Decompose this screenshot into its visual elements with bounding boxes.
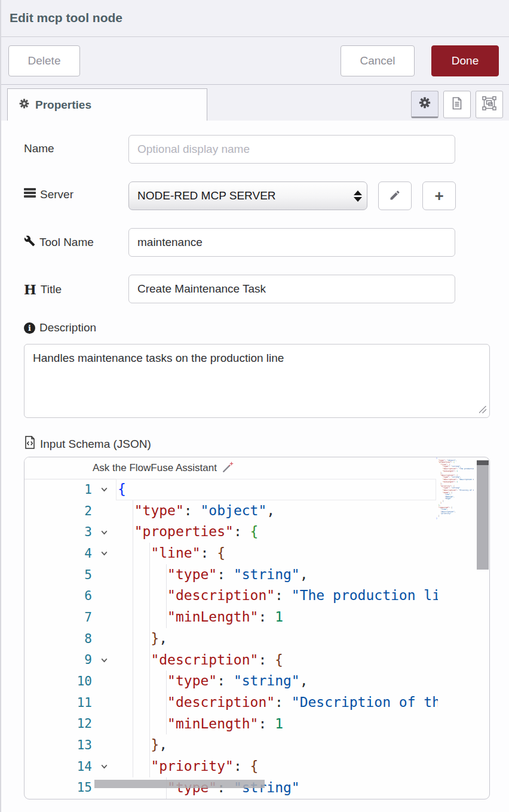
cancel-button[interactable]: Cancel xyxy=(341,45,415,76)
horizontal-scrollbar-thumb[interactable] xyxy=(94,780,265,788)
description-panel-button[interactable] xyxy=(443,91,471,118)
code-line: { xyxy=(118,479,438,500)
assistant-label: Ask the FlowFuse Assistant xyxy=(93,462,217,474)
tool-name-input[interactable] xyxy=(128,228,455,257)
gutter-row: 4 xyxy=(24,543,116,564)
line-number: 7 xyxy=(24,610,92,625)
code-line: "line": { xyxy=(118,543,438,564)
code-line: "type": "object", xyxy=(118,500,438,522)
gutter-row: 1 xyxy=(24,479,116,500)
add-server-button[interactable]: + xyxy=(422,182,456,210)
tab-properties-label: Properties xyxy=(35,99,91,112)
dialog-header: Edit mcp tool node xyxy=(1,0,509,37)
tab-properties[interactable]: Properties xyxy=(7,88,207,121)
dialog-button-row: Delete Cancel Done xyxy=(1,37,509,85)
tab-bar: Properties xyxy=(1,85,509,121)
edit-node-dialog: Edit mcp tool node Delete Cancel Done Pr… xyxy=(0,0,509,812)
gutter-row: 9 xyxy=(24,650,116,671)
json-editor[interactable]: Ask the FlowFuse Assistant 1234567891011… xyxy=(24,457,490,799)
magic-wand-icon xyxy=(222,460,235,476)
code-line: }, xyxy=(118,628,438,650)
title-input[interactable] xyxy=(128,275,455,303)
title-label: Title xyxy=(41,283,62,296)
tool-name-label: Tool Name xyxy=(39,236,94,249)
properties-panel-button[interactable] xyxy=(411,91,439,118)
name-label: Name xyxy=(24,142,54,155)
code-line: "properties": { xyxy=(118,521,438,543)
line-number: 14 xyxy=(24,759,92,774)
code-lines[interactable]: { "type": "object", "properties": { "lin… xyxy=(116,479,438,798)
line-number: 2 xyxy=(24,504,92,518)
fold-chevron-icon[interactable] xyxy=(92,549,116,558)
code-line: }, xyxy=(118,734,438,756)
code-line: "description": "The production li xyxy=(118,585,438,607)
gutter-row: 7 xyxy=(24,607,116,628)
line-number: 15 xyxy=(24,780,92,795)
server-label: Server xyxy=(40,188,73,201)
schema-label: Input Schema (JSON) xyxy=(40,438,151,451)
minimap-content: { "type": "object", "properties": { "lin… xyxy=(436,457,474,519)
code-line: "type": "string", xyxy=(118,564,438,586)
fold-chevron-icon[interactable] xyxy=(92,762,116,771)
editor-gutter: 123456789101112131415 xyxy=(24,479,116,798)
line-number: 1 xyxy=(24,482,92,497)
fold-chevron-icon[interactable] xyxy=(92,528,116,537)
name-input[interactable] xyxy=(128,135,455,164)
done-button[interactable]: Done xyxy=(431,45,499,76)
description-label-row: i Description xyxy=(24,321,96,334)
heading-icon: H xyxy=(24,282,36,297)
appearance-panel-button[interactable] xyxy=(476,91,503,118)
file-code-icon xyxy=(24,436,36,452)
line-number: 9 xyxy=(24,653,92,667)
line-number: 10 xyxy=(24,674,92,688)
gear-icon xyxy=(19,98,30,112)
fold-chevron-icon[interactable] xyxy=(92,485,116,494)
code-line: "description": { xyxy=(118,650,438,671)
assistant-toolbar[interactable]: Ask the FlowFuse Assistant xyxy=(24,457,435,479)
description-textarea[interactable] xyxy=(24,344,490,418)
tool-name-label-row: Tool Name xyxy=(24,235,94,250)
line-number: 3 xyxy=(24,525,92,539)
line-number: 13 xyxy=(24,738,92,752)
gutter-row: 2 xyxy=(24,500,116,522)
line-number: 6 xyxy=(24,589,92,603)
name-label-row: Name xyxy=(24,142,54,155)
vertical-scrollbar-thumb[interactable] xyxy=(477,465,489,570)
code-line: "priority": { xyxy=(118,756,438,777)
edit-server-button[interactable] xyxy=(378,182,412,210)
code-line: "minLength": 1 xyxy=(118,713,438,735)
delete-button[interactable]: Delete xyxy=(8,45,80,76)
line-number: 11 xyxy=(24,696,92,710)
code-line: "type": "string", xyxy=(118,670,438,692)
gutter-row: 11 xyxy=(24,692,116,713)
description-label: Description xyxy=(39,321,96,334)
dialog-title: Edit mcp tool node xyxy=(10,11,122,25)
minimap[interactable]: { "type": "object", "properties": { "lin… xyxy=(436,457,474,799)
gutter-row: 3 xyxy=(24,521,116,543)
code-line: "description": "Description of th xyxy=(118,692,438,713)
server-icon xyxy=(24,187,36,201)
server-select[interactable]: NODE-RED MCP SERVER xyxy=(128,182,367,210)
properties-form: Name Server NODE-RED MCP SERVER xyxy=(1,121,509,812)
line-number: 8 xyxy=(24,632,92,646)
wrench-icon xyxy=(24,235,35,250)
gutter-row: 12 xyxy=(24,713,116,735)
pencil-icon xyxy=(389,187,401,205)
gutter-row: 8 xyxy=(24,628,116,650)
plus-icon: + xyxy=(434,187,443,205)
code-line: "minLength": 1 xyxy=(118,607,438,628)
server-label-row: Server xyxy=(24,187,73,201)
line-number: 4 xyxy=(24,546,92,561)
schema-label-row: Input Schema (JSON) xyxy=(24,436,151,452)
info-icon: i xyxy=(24,322,35,334)
server-select-value: NODE-RED MCP SERVER xyxy=(129,189,349,202)
gutter-row: 6 xyxy=(24,585,116,607)
gutter-row: 13 xyxy=(24,734,116,756)
fold-chevron-icon[interactable] xyxy=(92,656,116,665)
minimap-overview-marker xyxy=(477,460,489,465)
document-icon xyxy=(450,96,464,113)
select-arrows-icon xyxy=(349,190,367,202)
gutter-row: 5 xyxy=(24,564,116,586)
gutter-row: 14 xyxy=(24,756,116,777)
title-label-row: H Title xyxy=(24,282,62,297)
